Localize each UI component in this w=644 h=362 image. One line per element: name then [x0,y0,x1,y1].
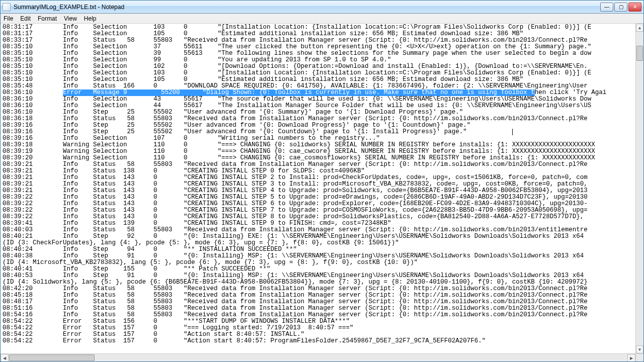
maximize-button[interactable]: ▢ [614,3,627,12]
hscroll-thumb[interactable] [9,354,95,361]
notepad-window: SummaryIMLog_EXAMPLE.txt - Notepad — ▢ ✕… [0,0,644,362]
vscroll-thumb[interactable] [636,46,643,61]
horizontal-scrollbar[interactable]: ◀ ▶ [1,353,635,361]
content-area: 08:31:17 Info Selection 103 0 "[Installa… [1,24,643,361]
scroll-left-arrow-icon[interactable]: ◀ [1,354,9,361]
window-title: SummaryIMLog_EXAMPLE.txt - Notepad [14,4,600,11]
vscroll-track[interactable] [636,32,643,345]
menu-format[interactable]: Format [38,15,57,22]
text-caret [512,129,513,135]
notepad-icon [3,3,11,11]
menu-help[interactable]: Help [84,15,97,22]
menu-file[interactable]: File [4,15,13,22]
scroll-right-arrow-icon[interactable]: ▶ [627,354,635,361]
menu-view[interactable]: View [64,15,77,22]
titlebar[interactable]: SummaryIMLog_EXAMPLE.txt - Notepad — ▢ ✕ [1,1,643,14]
close-button[interactable]: ✕ [628,3,641,12]
text-line[interactable]: 08:54:22 Error Status 157 0 "Action star… [3,338,633,344]
scroll-up-arrow-icon[interactable]: ▲ [636,24,643,32]
menu-edit[interactable]: Edit [20,15,31,22]
minimize-button[interactable]: — [600,3,613,12]
menubar: File Edit Format View Help [1,14,643,24]
scroll-corner [635,353,643,361]
scroll-down-arrow-icon[interactable]: ▼ [636,345,643,353]
text-editor[interactable]: 08:31:17 Info Selection 103 0 "[Installa… [1,24,635,353]
vertical-scrollbar[interactable]: ▲ ▼ [635,24,643,353]
